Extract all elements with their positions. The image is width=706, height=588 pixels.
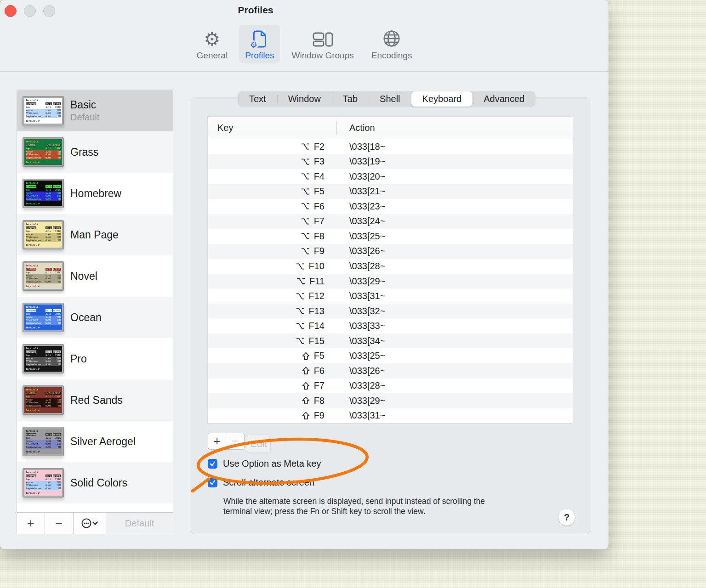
profile-default-badge: Default xyxy=(70,112,99,123)
profile-row[interactable]: Terminal# COMMAND%CPURPRVT top4.1%231KXc… xyxy=(17,255,173,297)
checkbox-label: Use Option as Meta key xyxy=(223,458,321,469)
key-mapping-row[interactable]: F11 \033[29~ xyxy=(208,274,573,289)
tab-keyboard[interactable]: Keyboard xyxy=(411,91,473,107)
key-mapping-row[interactable]: F13 \033[32~ xyxy=(208,304,573,319)
key-mapping-row[interactable]: F6 \033[26~ xyxy=(208,363,573,379)
key-cell: F3 xyxy=(208,156,336,167)
action-cell: \033[25~ xyxy=(336,231,385,242)
profile-thumbnail: Terminal# COMMAND%CPURPRVT top4.1%231KXc… xyxy=(23,427,63,456)
key-mapping-row[interactable]: F5 \033[25~ xyxy=(208,348,573,363)
checkbox-checked-icon xyxy=(208,459,217,469)
profile-thumbnail: Terminal# COMMAND%CPURPRVT top4.1%231KXc… xyxy=(23,179,63,208)
shift-key-icon xyxy=(302,352,310,360)
option-key-icon xyxy=(301,143,310,150)
profile-row[interactable]: Terminal# COMMAND%CPURPRVT top4.1%231KXc… xyxy=(17,297,173,338)
add-profile-button[interactable]: + xyxy=(17,513,45,534)
table-header: Key Action xyxy=(208,117,573,139)
toolbar-item-label: Window Groups xyxy=(292,51,354,61)
profile-row[interactable]: Terminal# COMMAND%CPURPRVT top4.1%231KXc… xyxy=(17,421,173,462)
profile-name: Novel xyxy=(70,270,97,283)
profile-name: Pro xyxy=(70,353,87,365)
action-cell: \033[23~ xyxy=(336,201,385,212)
action-cell: \033[28~ xyxy=(336,261,385,271)
key-mapping-row[interactable]: F9 \033[31~ xyxy=(208,408,573,424)
toolbar-item-encodings[interactable]: Encodings xyxy=(365,25,418,63)
toolbar-item-label: Profiles xyxy=(245,51,274,61)
more-options-button[interactable] xyxy=(74,513,106,534)
remove-mapping-button[interactable]: − xyxy=(226,433,245,450)
action-cell: \033[20~ xyxy=(336,171,385,182)
option-key-icon xyxy=(296,322,305,330)
key-mapping-row[interactable]: F4 \033[20~ xyxy=(208,169,573,184)
profile-row[interactable]: Terminal# COMMAND%CPURPRVT top4.1%231KXc… xyxy=(17,379,173,421)
set-default-button[interactable]: Default xyxy=(106,513,173,534)
profile-name: Red Sands xyxy=(70,394,123,407)
help-button[interactable]: ? xyxy=(558,509,575,526)
tab-text[interactable]: Text xyxy=(238,91,277,107)
table-rows: F2 \033[18~ F3 \033[19~ F4 \033[20~ xyxy=(208,139,573,423)
key-mapping-row[interactable]: F6 \033[23~ xyxy=(208,199,573,214)
profile-thumbnail: Terminal# COMMAND%CPURPRVT top4.1%231KXc… xyxy=(23,96,63,125)
edit-mapping-button[interactable]: Edit xyxy=(247,435,271,453)
profile-row[interactable]: Terminal# COMMAND%CPURPRVT top4.1%231KXc… xyxy=(17,214,173,255)
key-mapping-row[interactable]: F7 \033[28~ xyxy=(208,379,573,394)
key-mappings-table: Key Action F2 \033[18~ F3 xyxy=(208,117,573,423)
profile-row[interactable]: Terminal# COMMAND%CPURPRVT top4.1%231KXc… xyxy=(17,338,173,379)
option-key-icon xyxy=(296,337,305,345)
option-key-icon xyxy=(296,307,305,315)
action-cell: \033[28~ xyxy=(336,380,385,391)
action-column-header: Action xyxy=(336,123,375,133)
key-cell: F14 xyxy=(208,321,336,331)
shift-key-icon xyxy=(302,367,310,375)
key-mapping-row[interactable]: F15 \033[34~ xyxy=(208,334,573,349)
toolbar-item-profiles[interactable]: ⚙ Profiles xyxy=(239,25,280,63)
window-title: Profiles xyxy=(0,5,511,16)
tab-advanced[interactable]: Advanced xyxy=(473,91,535,107)
key-mapping-row[interactable]: F7 \033[24~ xyxy=(208,214,573,229)
more-options-icon xyxy=(80,517,99,529)
tab-window[interactable]: Window xyxy=(277,91,332,107)
option-key-icon xyxy=(296,293,305,300)
key-mapping-row[interactable]: F8 \033[25~ xyxy=(208,229,573,244)
option-key-icon xyxy=(296,277,305,285)
profile-row[interactable]: Terminal# COMMAND%CPURPRVT top4.1%231KXc… xyxy=(17,462,173,503)
checkbox-label: Scroll alternate screen xyxy=(223,477,314,488)
profile-thumbnail: Terminal# COMMAND%CPURPRVT top4.1%231KXc… xyxy=(23,386,63,414)
use-option-as-meta-checkbox-row[interactable]: Use Option as Meta key xyxy=(208,458,321,469)
key-mapping-row[interactable]: F8 \033[29~ xyxy=(208,393,573,408)
add-mapping-button[interactable]: + xyxy=(208,433,226,450)
profile-thumbnail: Terminal# COMMAND%CPURPRVT top4.1%231KXc… xyxy=(23,469,63,497)
column-divider[interactable] xyxy=(336,121,337,135)
action-cell: \033[24~ xyxy=(336,216,385,226)
profile-name: Silver Aerogel xyxy=(70,435,136,448)
key-mapping-row[interactable]: F10 \033[28~ xyxy=(208,259,573,274)
checkbox-checked-icon xyxy=(208,478,217,487)
key-cell: F7 xyxy=(208,216,336,226)
key-cell: F6 xyxy=(208,201,336,212)
tab-tab[interactable]: Tab xyxy=(332,91,369,107)
scroll-alternate-screen-checkbox-row[interactable]: Scroll alternate screen xyxy=(208,477,314,488)
action-cell: \033[31~ xyxy=(336,291,385,301)
profile-thumbnail: Terminal# COMMAND%CPURPRVT top4.1%231KXc… xyxy=(23,220,63,249)
key-cell: F8 xyxy=(208,396,336,406)
option-key-icon xyxy=(301,188,310,195)
action-cell: \033[18~ xyxy=(336,141,385,152)
tab-shell[interactable]: Shell xyxy=(369,91,411,107)
key-mapping-row[interactable]: F5 \033[21~ xyxy=(208,184,573,199)
action-cell: \033[29~ xyxy=(336,276,385,287)
toolbar-item-window-groups[interactable]: Window Groups xyxy=(286,25,360,63)
profile-row[interactable]: Terminal# COMMAND%CPURPRVT top4.1%231KXc… xyxy=(17,131,173,173)
action-cell: \033[32~ xyxy=(336,306,385,317)
profile-row[interactable]: Terminal# COMMAND%CPURPRVT top4.1%231KXc… xyxy=(17,90,173,131)
key-mapping-row[interactable]: F14 \033[33~ xyxy=(208,318,573,334)
profile-row[interactable]: Terminal# COMMAND%CPURPRVT top4.1%231KXc… xyxy=(17,173,173,214)
key-mapping-row[interactable]: F9 \033[26~ xyxy=(208,244,573,259)
key-mapping-row[interactable]: F3 \033[19~ xyxy=(208,154,573,170)
key-cell: F10 xyxy=(208,261,336,271)
profile-name: Man Page xyxy=(70,229,119,241)
toolbar-item-general[interactable]: ⚙ General xyxy=(191,25,234,63)
key-mapping-row[interactable]: F2 \033[18~ xyxy=(208,139,573,154)
key-column-header: Key xyxy=(208,123,336,133)
remove-profile-button[interactable]: − xyxy=(45,513,74,534)
key-mapping-row[interactable]: F12 \033[31~ xyxy=(208,288,573,304)
